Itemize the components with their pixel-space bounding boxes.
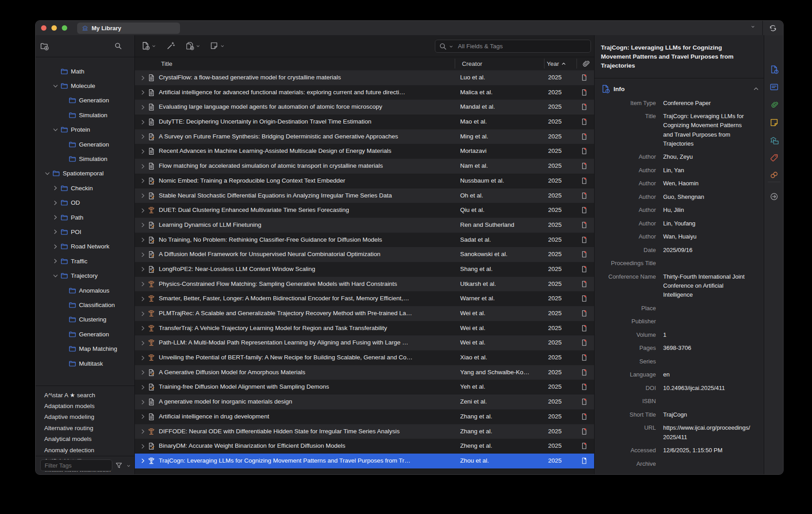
attachment-column-header[interactable] (582, 57, 590, 70)
row-twisty-icon[interactable] (140, 458, 146, 464)
table-row[interactable]: Flow matching for accelerated simulation… (135, 159, 594, 174)
twisty-expanded-icon[interactable] (44, 170, 51, 177)
tag-item[interactable]: A^\star A ★ search (36, 390, 134, 400)
table-row[interactable]: Evaluating large language model agents f… (135, 100, 594, 115)
new-item-button[interactable] (141, 41, 156, 50)
row-twisty-icon[interactable] (140, 266, 146, 272)
sidebar-item-simulation[interactable]: Simulation (36, 108, 134, 122)
tags-icon[interactable] (769, 153, 779, 163)
table-row[interactable]: Stable Neural Stochastic Differential Eq… (135, 188, 594, 203)
table-row[interactable]: PLMTrajRec: A Scalable and Generalizable… (135, 306, 594, 321)
locate-icon[interactable] (769, 192, 779, 202)
row-twisty-icon[interactable] (140, 222, 146, 228)
sidebar-item-checkin[interactable]: Checkin (36, 181, 134, 195)
field-value[interactable]: 10.24963/ijcai.2025/411 (663, 384, 751, 393)
field-value[interactable]: Guo, Shengnan (663, 193, 751, 202)
table-row[interactable]: Artificial intelligence in drug developm… (135, 409, 594, 424)
field-value[interactable]: 2025/09/16 (663, 246, 751, 255)
table-row[interactable]: DUET: Dual Clustering Enhanced Multivari… (135, 203, 594, 218)
row-twisty-icon[interactable] (140, 355, 146, 361)
sidebar-item-anomalous[interactable]: Anomalous (36, 283, 134, 298)
row-twisty-icon[interactable] (140, 89, 146, 96)
field-value[interactable]: Wan, Huaiyu (663, 232, 751, 241)
twisty-collapsed-icon[interactable] (52, 258, 59, 264)
row-twisty-icon[interactable] (140, 163, 146, 170)
new-note-button[interactable] (210, 41, 225, 50)
field-value[interactable]: Lin, Yan (663, 166, 751, 175)
row-twisty-icon[interactable] (140, 340, 146, 346)
field-value[interactable]: Lin, Youfang (663, 219, 751, 228)
row-twisty-icon[interactable] (140, 399, 146, 405)
sidebar-item-path[interactable]: Path (36, 210, 134, 225)
field-value[interactable] (663, 397, 751, 406)
info-icon[interactable] (769, 64, 779, 74)
table-row[interactable]: Physics-Constrained Flow Matching: Sampl… (135, 277, 594, 292)
twisty-collapsed-icon[interactable] (52, 185, 59, 191)
sidebar-item-molecule[interactable]: Molecule (36, 78, 134, 93)
new-collection-button[interactable] (40, 42, 49, 50)
table-row[interactable]: BinaryDM: Accurate Weight Binarization f… (135, 439, 594, 454)
abstract-icon[interactable] (769, 82, 779, 92)
field-value[interactable] (663, 357, 751, 366)
table-row[interactable]: A Diffusion Model Framework for Unsuperv… (135, 247, 594, 262)
libraries-collections-icon[interactable] (769, 135, 779, 145)
table-row[interactable]: Learning Dynamics of LLM FinetuningRen a… (135, 218, 594, 233)
tag-item[interactable]: Anomaly detection (36, 445, 134, 455)
column-header-year[interactable]: Year (547, 57, 566, 70)
sidebar-item-generation[interactable]: Generation (36, 327, 134, 341)
zoom-window-button[interactable] (62, 25, 67, 31)
twisty-expanded-icon[interactable] (52, 83, 59, 89)
table-row[interactable]: LongRoPE2: Near-Lossless LLM Context Win… (135, 262, 594, 277)
field-value[interactable] (663, 259, 751, 268)
table-row[interactable]: DIFFODE: Neural ODE with Differentiable … (135, 424, 594, 439)
tag-item[interactable]: Adaptation models (36, 400, 134, 411)
sync-icon[interactable] (769, 24, 777, 32)
sidebar-item-generation[interactable]: Generation (36, 137, 134, 151)
twisty-collapsed-icon[interactable] (52, 243, 59, 250)
funnel-icon[interactable] (115, 462, 123, 469)
field-value[interactable]: 12/6/2025, 1:15:50 PM (663, 446, 751, 455)
row-twisty-icon[interactable] (140, 193, 146, 199)
row-twisty-icon[interactable] (140, 104, 146, 110)
field-value[interactable]: Thirty-Fourth International Joint Confer… (663, 272, 751, 300)
tag-item[interactable]: Analytical models (36, 434, 134, 445)
info-section-header[interactable]: Info (601, 83, 759, 95)
search-field[interactable]: All Fields & Tags (435, 40, 591, 53)
table-row[interactable]: No Training, No Problem: Rethinking Clas… (135, 233, 594, 248)
sidebar-item-map-matching[interactable]: Map Matching (36, 341, 134, 356)
tab-my-library[interactable]: My Library (77, 23, 180, 34)
sidebar-item-clustering[interactable]: Clustering (36, 312, 134, 327)
field-value[interactable]: Hu, Jilin (663, 206, 751, 215)
sidebar-item-poi[interactable]: POI (36, 225, 134, 239)
table-row[interactable]: Artificial intelligence for advanced fun… (135, 85, 594, 100)
twisty-collapsed-icon[interactable] (52, 200, 59, 206)
table-row[interactable]: Smarter, Better, Faster, Longer: A Moder… (135, 291, 594, 306)
sidebar-item-traffic[interactable]: Traffic (36, 254, 134, 268)
table-row[interactable]: TransferTraj: A Vehicle Trajectory Learn… (135, 321, 594, 336)
related-icon[interactable] (769, 170, 779, 180)
table-row[interactable]: Training-free Diffusion Model Alignment … (135, 380, 594, 395)
field-value[interactable]: Conference Paper (663, 99, 751, 108)
field-value[interactable] (663, 459, 751, 468)
sidebar-item-math[interactable]: Math (36, 64, 134, 78)
field-value[interactable]: TrajCogn (663, 410, 751, 419)
table-row[interactable]: A Survey on Future Frame Synthesis: Brid… (135, 129, 594, 144)
minimize-window-button[interactable] (51, 25, 57, 31)
twisty-collapsed-icon[interactable] (52, 214, 59, 220)
table-row[interactable]: CrystalFlow: a flow-based generative mod… (135, 70, 594, 85)
row-twisty-icon[interactable] (140, 119, 146, 125)
row-twisty-icon[interactable] (140, 281, 146, 287)
table-row[interactable]: TrajCogn: Leveraging LLMs for Cognizing … (135, 454, 594, 468)
row-twisty-icon[interactable] (140, 311, 146, 317)
twisty-collapsed-icon[interactable] (52, 229, 59, 235)
tag-item[interactable]: Alternative routing (36, 422, 134, 433)
field-value[interactable] (663, 304, 751, 313)
row-twisty-icon[interactable] (140, 207, 146, 214)
sidebar-item-protein[interactable]: Protein (36, 123, 134, 137)
row-twisty-icon[interactable] (140, 75, 146, 81)
tag-options-chevron-icon[interactable] (126, 464, 131, 468)
search-scope-chevron-icon[interactable] (449, 44, 453, 49)
twisty-expanded-icon[interactable] (52, 273, 59, 279)
sidebar-item-multitask[interactable]: Multitask (36, 356, 134, 371)
row-twisty-icon[interactable] (140, 148, 146, 155)
